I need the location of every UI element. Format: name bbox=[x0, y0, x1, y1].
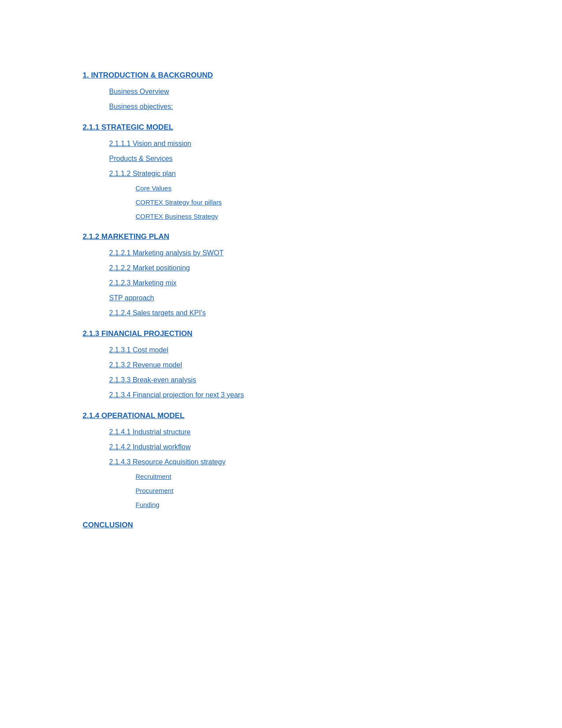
toc-link-marketing-mix[interactable]: 2.1.2.3 Marketing mix bbox=[109, 279, 177, 287]
toc-section-conclusion: CONCLUSION bbox=[83, 518, 480, 533]
toc-link-swot[interactable]: 2.1.2.1 Marketing analysis by SWOT bbox=[109, 249, 224, 257]
toc-link-industrial-workflow[interactable]: 2.1.4.2 Industrial workflow bbox=[109, 443, 191, 451]
toc-link-financial-projection[interactable]: 2.1.3 FINANCIAL PROJECTION bbox=[83, 329, 193, 338]
toc-link-strategic-model[interactable]: 2.1.1 STRATEGIC MODEL bbox=[83, 123, 174, 131]
toc-item-cost-model: 2.1.3.1 Cost model bbox=[109, 343, 480, 357]
toc-link-marketing-plan[interactable]: 2.1.2 MARKETING PLAN bbox=[83, 232, 169, 241]
toc-item-strategic-plan: 2.1.1.2 Strategic plan bbox=[109, 167, 480, 181]
toc-link-industrial-structure[interactable]: 2.1.4.1 Industrial structure bbox=[109, 428, 191, 436]
toc-link-business-objectives[interactable]: Business objectives: bbox=[109, 103, 173, 110]
toc-item-core-values: Core Values bbox=[136, 182, 480, 195]
toc-item-cortex-pillars: CORTEX Strategy four pillars bbox=[136, 196, 480, 209]
toc-link-revenue-model[interactable]: 2.1.3.2 Revenue model bbox=[109, 361, 182, 369]
toc-link-products-services[interactable]: Products & Services bbox=[109, 155, 173, 162]
toc-link-vision[interactable]: 2.1.1.1 Vision and mission bbox=[109, 140, 191, 147]
toc-link-stp[interactable]: STP approach bbox=[109, 294, 154, 302]
toc-item-vision: 2.1.1.1 Vision and mission bbox=[109, 137, 480, 151]
toc-link-core-values[interactable]: Core Values bbox=[136, 184, 171, 192]
toc-section-3: 2.1.2 MARKETING PLAN bbox=[83, 229, 480, 244]
toc-item-stp: STP approach bbox=[109, 291, 480, 305]
toc-link-funding[interactable]: Funding bbox=[136, 501, 160, 508]
toc-section-2: 2.1.1 STRATEGIC MODEL bbox=[83, 120, 480, 135]
toc-link-intro[interactable]: 1. INTRODUCTION & BACKGROUND bbox=[83, 71, 213, 79]
toc-item-sales-targets: 2.1.2.4 Sales targets and KPI's bbox=[109, 306, 480, 320]
toc-item-break-even: 2.1.3.3 Break-even analysis bbox=[109, 373, 480, 387]
toc-link-cortex-pillars[interactable]: CORTEX Strategy four pillars bbox=[136, 198, 222, 206]
toc-link-market-positioning[interactable]: 2.1.2.2 Market positioning bbox=[109, 264, 190, 272]
toc-item-revenue-model: 2.1.3.2 Revenue model bbox=[109, 358, 480, 372]
toc-link-recruitment[interactable]: Recruitment bbox=[136, 473, 171, 480]
toc-link-cortex-strategy[interactable]: CORTEX Business Strategy bbox=[136, 213, 218, 220]
toc-item-resource-acquisition: 2.1.4.3 Resource Acquisition strategy bbox=[109, 455, 480, 469]
toc-link-break-even[interactable]: 2.1.3.3 Break-even analysis bbox=[109, 376, 196, 384]
toc-item-swot: 2.1.2.1 Marketing analysis by SWOT bbox=[109, 246, 480, 260]
toc-item-industrial-structure: 2.1.4.1 Industrial structure bbox=[109, 425, 480, 439]
toc-item-procurement: Procurement bbox=[136, 484, 480, 497]
toc-item-funding: Funding bbox=[136, 498, 480, 511]
toc-link-sales-targets[interactable]: 2.1.2.4 Sales targets and KPI's bbox=[109, 309, 206, 317]
toc-section-4: 2.1.3 FINANCIAL PROJECTION bbox=[83, 326, 480, 341]
toc-item-industrial-workflow: 2.1.4.2 Industrial workflow bbox=[109, 440, 480, 454]
toc-link-financial-3yr[interactable]: 2.1.3.4 Financial projection for next 3 … bbox=[109, 391, 244, 399]
toc-link-strategic-plan[interactable]: 2.1.1.2 Strategic plan bbox=[109, 170, 176, 177]
toc-item-financial-3yr: 2.1.3.4 Financial projection for next 3 … bbox=[109, 388, 480, 402]
toc-section-1: 1. INTRODUCTION & BACKGROUND bbox=[83, 68, 480, 83]
toc-item-business-objectives: Business objectives: bbox=[109, 100, 480, 114]
toc-link-cost-model[interactable]: 2.1.3.1 Cost model bbox=[109, 346, 168, 354]
toc-item-marketing-mix: 2.1.2.3 Marketing mix bbox=[109, 276, 480, 290]
toc-link-procurement[interactable]: Procurement bbox=[136, 487, 174, 494]
toc-link-operational-model[interactable]: 2.1.4 OPERATIONAL MODEL bbox=[83, 411, 185, 420]
toc-link-conclusion[interactable]: CONCLUSION bbox=[83, 521, 133, 529]
toc-item-market-positioning: 2.1.2.2 Market positioning bbox=[109, 261, 480, 275]
toc-link-business-overview[interactable]: Business Overview bbox=[109, 88, 169, 95]
toc-item-recruitment: Recruitment bbox=[136, 470, 480, 483]
toc-item-cortex-strategy: CORTEX Business Strategy bbox=[136, 210, 480, 223]
toc-section-5: 2.1.4 OPERATIONAL MODEL bbox=[83, 408, 480, 423]
toc-link-resource-acquisition[interactable]: 2.1.4.3 Resource Acquisition strategy bbox=[109, 458, 226, 466]
toc-item-business-overview: Business Overview bbox=[109, 85, 480, 99]
table-of-contents: 1. INTRODUCTION & BACKGROUND Business Ov… bbox=[83, 35, 480, 533]
toc-item-products-services: Products & Services bbox=[109, 152, 480, 166]
